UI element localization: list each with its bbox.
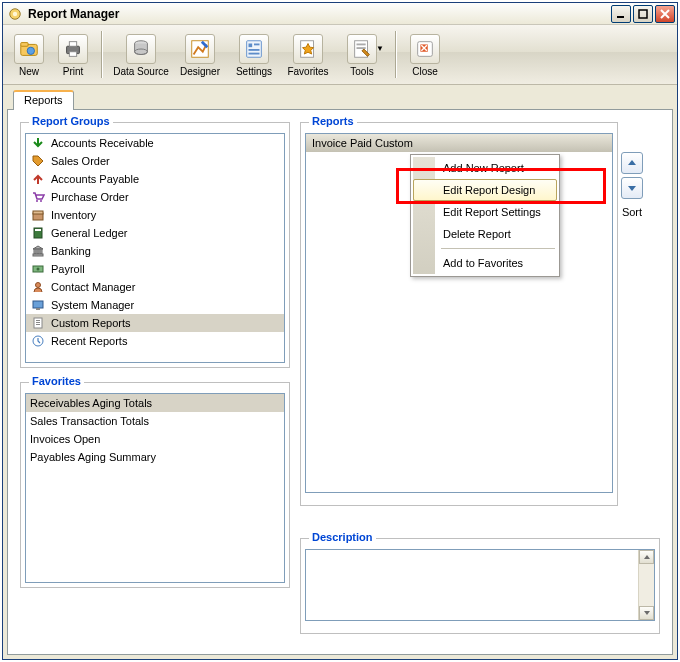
- svg-rect-27: [33, 211, 43, 214]
- list-item[interactable]: Inventory: [26, 206, 284, 224]
- tab-reports[interactable]: Reports: [13, 90, 74, 110]
- list-item[interactable]: Banking: [26, 242, 284, 260]
- favorites-list[interactable]: Receivables Aging Totals Sales Transacti…: [25, 393, 285, 583]
- list-item[interactable]: Receivables Aging Totals: [26, 394, 284, 412]
- description-box[interactable]: [305, 549, 655, 621]
- close-button[interactable]: [655, 5, 675, 23]
- svg-rect-38: [36, 308, 40, 310]
- settings-button[interactable]: Settings: [227, 27, 281, 82]
- print-label: Print: [63, 66, 84, 77]
- printer-icon: [58, 34, 88, 64]
- list-item-label: Sales Transaction Totals: [30, 415, 149, 427]
- svg-rect-31: [37, 249, 39, 254]
- svg-rect-42: [36, 324, 40, 325]
- list-item[interactable]: Invoices Open: [26, 430, 284, 448]
- sort-up-button[interactable]: [621, 152, 643, 174]
- list-item-label: Banking: [51, 245, 91, 257]
- highlight-annotation: [396, 168, 606, 204]
- svg-rect-20: [357, 43, 366, 45]
- list-item[interactable]: Payroll: [26, 260, 284, 278]
- description-group: Description: [300, 538, 660, 634]
- svg-rect-29: [35, 229, 41, 231]
- ctx-edit-report-settings[interactable]: Edit Report Settings: [413, 201, 557, 223]
- monitor-icon: [30, 297, 46, 313]
- reports-group: Reports Invoice Paid Custom Add New Repo…: [300, 122, 618, 506]
- list-item-label: Receivables Aging Totals: [30, 397, 152, 409]
- favorites-button[interactable]: Favorites: [281, 27, 335, 82]
- reports-legend: Reports: [309, 115, 357, 127]
- close-label: Close: [412, 66, 438, 77]
- list-item-label: Contact Manager: [51, 281, 135, 293]
- designer-button[interactable]: Designer: [173, 27, 227, 82]
- sort-label: Sort: [622, 206, 642, 218]
- svg-rect-41: [36, 322, 40, 323]
- ctx-add-to-favorites[interactable]: Add to Favorites: [413, 252, 557, 274]
- list-item[interactable]: Recent Reports: [26, 332, 284, 350]
- svg-rect-2: [617, 16, 624, 18]
- tools-icon: ▼: [347, 34, 377, 64]
- report-icon: [30, 315, 46, 331]
- svg-rect-15: [254, 43, 260, 45]
- close-tool-button[interactable]: Close: [403, 27, 447, 82]
- svg-rect-40: [36, 320, 40, 321]
- book-icon: [30, 225, 46, 241]
- list-item[interactable]: Accounts Receivable: [26, 134, 284, 152]
- chevron-down-icon: ▼: [376, 44, 384, 53]
- favorites-label: Favorites: [287, 66, 328, 77]
- svg-rect-9: [69, 51, 76, 56]
- svg-point-36: [36, 283, 41, 288]
- tag-icon: [30, 153, 46, 169]
- svg-point-24: [36, 200, 38, 202]
- titlebar: Report Manager: [3, 3, 677, 25]
- app-icon: [7, 6, 23, 22]
- list-item-label: Payables Aging Summary: [30, 451, 156, 463]
- list-item-label: General Ledger: [51, 227, 127, 239]
- designer-icon: [185, 34, 215, 64]
- minimize-button[interactable]: [611, 5, 631, 23]
- list-item-label: Invoices Open: [30, 433, 100, 445]
- list-item[interactable]: Payables Aging Summary: [26, 448, 284, 466]
- money-icon: [30, 261, 46, 277]
- list-item[interactable]: Sales Order: [26, 152, 284, 170]
- svg-point-6: [27, 47, 34, 54]
- right-column: Reports Invoice Paid Custom Add New Repo…: [300, 122, 660, 642]
- scroll-up-button[interactable]: [639, 550, 654, 564]
- toolbar-separator: [101, 31, 103, 78]
- svg-rect-5: [21, 42, 28, 46]
- list-item[interactable]: System Manager: [26, 296, 284, 314]
- ctx-delete-report[interactable]: Delete Report: [413, 223, 557, 245]
- description-scrollbar[interactable]: [638, 550, 654, 620]
- client-area: Reports Report Groups Accounts Receivabl…: [3, 85, 677, 659]
- favorites-group: Favorites Receivables Aging Totals Sales…: [20, 382, 290, 588]
- list-item[interactable]: General Ledger: [26, 224, 284, 242]
- report-manager-window: Report Manager New Print Data Source Des…: [2, 2, 678, 660]
- list-item[interactable]: Accounts Payable: [26, 170, 284, 188]
- list-item[interactable]: Sales Transaction Totals: [26, 412, 284, 430]
- left-column: Report Groups Accounts Receivable Sales …: [20, 122, 290, 642]
- settings-icon: [239, 34, 269, 64]
- data-source-button[interactable]: Data Source: [109, 27, 173, 82]
- tools-button[interactable]: ▼ Tools: [335, 27, 389, 82]
- folder-icon: [14, 34, 44, 64]
- reports-list[interactable]: Invoice Paid Custom Add New Report Edit …: [305, 133, 613, 493]
- maximize-button[interactable]: [633, 5, 653, 23]
- list-item[interactable]: Contact Manager: [26, 278, 284, 296]
- scroll-down-button[interactable]: [639, 606, 654, 620]
- list-item-label: Accounts Receivable: [51, 137, 154, 149]
- reports-header[interactable]: Invoice Paid Custom: [306, 134, 612, 152]
- list-item-label: Sales Order: [51, 155, 110, 167]
- designer-label: Designer: [180, 66, 220, 77]
- svg-rect-32: [40, 249, 42, 254]
- list-item-label: Custom Reports: [51, 317, 130, 329]
- tab-panel: Report Groups Accounts Receivable Sales …: [7, 109, 673, 655]
- sort-down-button[interactable]: [621, 177, 643, 199]
- new-button[interactable]: New: [7, 27, 51, 82]
- close-icon: [410, 34, 440, 64]
- list-item[interactable]: Custom Reports: [26, 314, 284, 332]
- svg-rect-30: [34, 249, 36, 254]
- list-item[interactable]: Purchase Order: [26, 188, 284, 206]
- report-groups-list[interactable]: Accounts Receivable Sales Order Accounts…: [25, 133, 285, 363]
- print-button[interactable]: Print: [51, 27, 95, 82]
- svg-point-25: [40, 200, 42, 202]
- contact-icon: [30, 279, 46, 295]
